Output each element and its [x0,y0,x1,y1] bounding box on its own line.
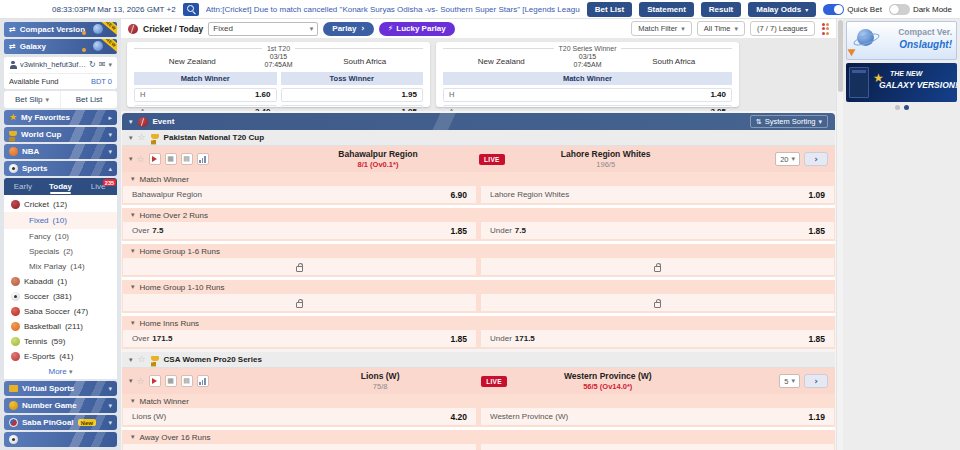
stats-icon[interactable] [197,153,209,165]
compact-version-button[interactable]: ⇄ Compact Version NEW [4,22,117,37]
toggle-knob[interactable] [823,4,844,15]
expand-match-button[interactable]: › [804,152,828,166]
expand-match-button[interactable]: › [804,374,828,388]
market-header[interactable]: ▾ Match Winner [122,394,835,408]
odds-type-select[interactable]: Malay Odds ▾ [748,2,816,17]
league-header[interactable]: ▾ ☆ Pakistan National T20 Cup [122,130,835,146]
odds-selection[interactable]: Under 171.5 1.85 [481,330,834,347]
odds-selection[interactable]: Under 3.5 2.14 [481,444,834,450]
sidebar-item-number-game[interactable]: Number Game ▾ [4,398,117,413]
pitch-view-icon[interactable]: ▦ [165,375,177,387]
sidebar-item-fancy[interactable]: Fancy (10) [4,229,117,244]
leagues-filter-button[interactable]: (7 / 7) Leagues [750,21,814,36]
sidebar-item-cricket[interactable]: Cricket (12) [4,197,117,212]
time-filter-select[interactable]: All Time ▾ [697,21,745,36]
carousel-dot[interactable] [904,105,909,110]
galaxy-version-button[interactable]: ⇄ Galaxy NEW [4,39,117,54]
toggle-knob[interactable] [889,4,910,15]
odds-selection[interactable]: Over 171.5 1.85 [123,330,476,347]
video-icon[interactable]: ▤ [181,153,193,165]
star-icon[interactable]: ☆ [138,355,146,364]
scrollbar-thumb[interactable] [838,20,843,92]
star-icon[interactable]: ☆ [138,133,146,142]
play-stream-icon[interactable] [149,375,161,387]
odds-selection[interactable]: Lions (W) 4.20 [123,408,476,425]
market-count-select[interactable]: 20 ▾ [775,152,800,166]
market-name: Away Over 16 Runs [140,433,211,442]
odds-selection[interactable]: Western Province (W) 1.19 [481,408,834,425]
odds-selection[interactable]: Bahawalpur Region 6.90 [123,186,476,203]
bet-list-button[interactable]: Bet List [587,2,632,17]
play-stream-icon[interactable] [149,153,161,165]
odds-cell[interactable]: 1.95 [281,88,424,102]
market-header[interactable]: ▾ Match Winner [122,172,835,186]
compact-version-banner[interactable]: Compact Ver. Onslaught! [846,21,957,60]
selection-name: Under [490,226,512,235]
layout-grid-icon[interactable] [822,23,830,35]
market-header[interactable]: ▾ Home Inns Runs [122,316,835,330]
odds-cell[interactable]: H 1.40 [443,88,732,102]
market-header[interactable]: ▾ Home Group 1-10 Runs [122,280,835,294]
sidebar-item-virtual-sports[interactable]: Virtual Sports ▾ [4,381,117,396]
chevron-down-icon[interactable]: ▾ [108,61,112,69]
sidebar-item-basketball[interactable]: Basketball (211) [4,319,117,334]
tab-bet-list[interactable]: Bet List [60,91,117,108]
tab-live[interactable]: Live 235 [79,178,117,195]
parlay-button[interactable]: Parlay › [323,22,373,36]
sidebar-item-soccer[interactable]: Soccer (381) [4,289,117,304]
sidebar-item-tennis[interactable]: Tennis (59) [4,334,117,349]
galaxy-version-banner[interactable]: ★ THE NEW GALAXY VERSION! [846,63,957,102]
sidebar-item-favorites[interactable]: ★ My Favorites ▸ [4,110,117,125]
odds-selection[interactable]: Over 3.5 1.60 [123,444,476,450]
odds-selection[interactable]: Over 7.5 1.85 [123,222,476,239]
tab-bet-slip[interactable]: Bet Slip ▾ [4,91,60,108]
match-time: 07:45AM [573,61,601,68]
statement-button[interactable]: Statement [639,2,694,17]
market-header[interactable]: ▾ Away Over 16 Runs [122,430,835,444]
chevron-down-icon[interactable]: ▾ [129,155,133,163]
mail-icon[interactable]: ✉ [99,61,106,69]
lucky-parlay-button[interactable]: ⚡ Lucky Parlay [379,22,455,36]
video-icon[interactable]: ▤ [181,375,193,387]
refresh-icon[interactable]: ↻ [89,61,96,69]
sidebar-item-mix-parlay[interactable]: Mix Parlay (14) [4,259,117,274]
sidebar-item-specials[interactable]: Specials (2) [4,244,117,259]
star-icon[interactable]: ☆ [137,377,145,386]
chevron-down-icon: ▾ [310,25,314,33]
odds-cell[interactable]: H 1.60 [134,88,277,102]
sidebar-item-partial[interactable] [4,432,117,447]
market-header[interactable]: ▾ Home Over 2 Runs [122,208,835,222]
chevron-right-icon: › [361,24,364,33]
sidebar-item-esports[interactable]: E-Sports (41) [4,349,117,364]
tab-early[interactable]: Early [4,178,42,195]
dark-mode-toggle[interactable]: Dark Mode [889,4,952,15]
chevron-down-icon[interactable]: ▾ [129,118,133,126]
market-count-select[interactable]: 5 ▾ [779,374,800,388]
sidebar-item-world-cup[interactable]: World Cup ▾ [4,127,117,142]
sidebar-item-fixed[interactable]: Fixed (10) [4,212,117,229]
sidebar-item-saba-pingoal[interactable]: Saba PinGoal New ▾ [4,415,117,430]
odds-selection[interactable]: Under 7.5 1.85 [481,222,834,239]
search-icon[interactable] [183,3,199,16]
kabaddi-icon [11,277,20,286]
stats-icon[interactable] [197,375,209,387]
tab-today[interactable]: Today [42,178,80,195]
sidebar-item-sports[interactable]: Sports ▴ [4,161,117,176]
league-header[interactable]: ▾ ☆ CSA Women Pro20 Series [122,352,835,368]
result-button[interactable]: Result [701,2,741,17]
quick-bet-toggle[interactable]: Quick Bet [823,4,882,15]
star-icon[interactable]: ☆ [137,155,145,164]
market-type-select[interactable]: Fixed ▾ [208,22,318,36]
odds-selection[interactable]: Lahore Region Whites 1.09 [481,186,834,203]
carousel-dot[interactable] [895,105,900,110]
sidebar-item-nba[interactable]: NBA ▾ [4,144,117,159]
system-sorting-select[interactable]: ⇅ System Sorting ▾ [750,115,828,128]
sidebar-item-saba-soccer[interactable]: Saba Soccer (47) [4,304,117,319]
scrollbar[interactable] [836,19,843,450]
pitch-view-icon[interactable]: ▦ [165,153,177,165]
more-button[interactable]: More ▾ [4,364,117,379]
market-header[interactable]: ▾ Home Group 1-6 Runs [122,244,835,258]
sidebar-item-kabaddi[interactable]: Kabaddi (1) [4,274,117,289]
chevron-down-icon[interactable]: ▾ [129,377,133,385]
match-filter-select[interactable]: Match Filter ▾ [631,21,692,36]
